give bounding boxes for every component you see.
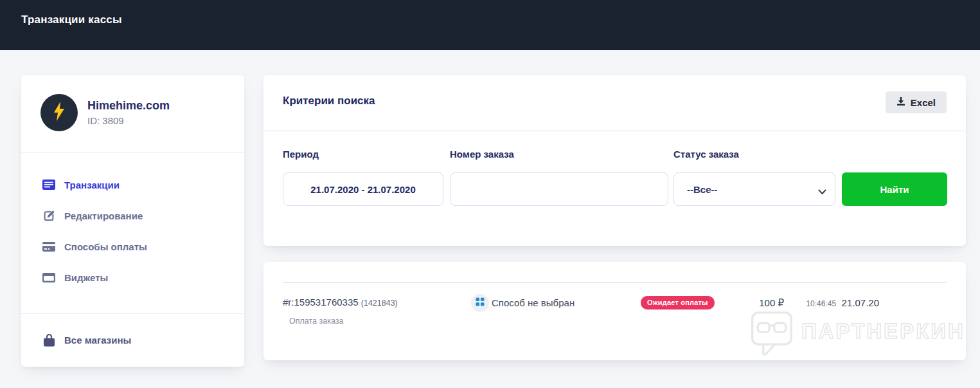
sidebar-item-label: Все магазины bbox=[64, 335, 131, 346]
excel-button-label: Excel bbox=[911, 97, 936, 108]
shop-avatar bbox=[40, 94, 78, 131]
payment-method-text: Способ не выбран bbox=[492, 297, 575, 308]
payment-method-icon-wrap bbox=[471, 294, 489, 312]
page: Транзакции кассы Himehime.com ID: 3809 Т… bbox=[0, 0, 980, 388]
transaction-datetime: 10:46:45 21.07.20 bbox=[789, 297, 879, 309]
page-title: Транзакции кассы bbox=[21, 14, 122, 26]
sidebar-divider bbox=[21, 313, 244, 314]
sidebar-item-label: Виджеты bbox=[64, 272, 108, 283]
sidebar-item-transactions[interactable]: Транзакции bbox=[21, 169, 244, 200]
transaction-time: 10:46:45 bbox=[806, 299, 836, 308]
shopping-bag-icon bbox=[42, 333, 55, 347]
order-number-label: Номер заказа bbox=[450, 149, 514, 160]
order-status-select-wrap: --Все-- bbox=[673, 172, 835, 206]
credit-card-icon bbox=[42, 242, 55, 252]
transaction-date: 21.07.20 bbox=[842, 297, 879, 308]
search-criteria-card: Критерии поиска Excel Период Номер заказ… bbox=[263, 75, 966, 246]
edit-icon bbox=[42, 210, 55, 222]
order-number-input[interactable] bbox=[450, 172, 668, 206]
transaction-amount: 100 ₽ bbox=[733, 297, 784, 309]
internal-id-value: (1421843) bbox=[361, 299, 398, 308]
shop-name: Himehime.com bbox=[87, 99, 170, 113]
watermark: ПАРТНЕРКИН bbox=[749, 309, 965, 362]
sidebar-menu: Транзакции Редактирование Способы оплаты… bbox=[21, 154, 244, 293]
grid-dots-icon bbox=[476, 297, 485, 309]
sidebar: Himehime.com ID: 3809 Транзакции Редакти… bbox=[21, 75, 244, 367]
transactions-card: #r:159531760335 (1421843) Оплата заказа … bbox=[263, 262, 966, 360]
search-criteria-title: Критерии поиска bbox=[283, 95, 375, 107]
period-range-input[interactable] bbox=[283, 172, 443, 206]
sidebar-item-editing[interactable]: Редактирование bbox=[21, 200, 244, 231]
sidebar-divider bbox=[21, 152, 244, 153]
shop-id: ID: 3809 bbox=[87, 115, 170, 126]
transaction-type: Оплата заказа bbox=[289, 317, 343, 326]
divider bbox=[283, 282, 947, 282]
order-status-select[interactable]: --Все-- bbox=[673, 172, 835, 206]
sidebar-item-label: Способы оплаты bbox=[64, 241, 147, 252]
list-icon bbox=[42, 180, 55, 190]
order-id-value: #r:159531760335 bbox=[283, 297, 359, 308]
sidebar-item-widgets[interactable]: Виджеты bbox=[21, 262, 244, 293]
watermark-text: ПАРТНЕРКИН bbox=[801, 319, 965, 344]
divider bbox=[263, 131, 966, 131]
top-bar: Транзакции кассы bbox=[0, 0, 980, 50]
order-status-label: Статус заказа bbox=[673, 149, 739, 160]
window-icon bbox=[42, 273, 55, 282]
excel-export-button[interactable]: Excel bbox=[886, 91, 947, 113]
download-icon bbox=[896, 97, 905, 108]
period-label: Период bbox=[283, 149, 319, 160]
search-submit-button[interactable]: Найти bbox=[842, 172, 947, 206]
sidebar-item-label: Транзакции bbox=[64, 180, 120, 190]
sidebar-item-all-shops[interactable]: Все магазины bbox=[21, 324, 244, 355]
sidebar-item-label: Редактирование bbox=[64, 210, 143, 221]
transaction-order-id: #r:159531760335 (1421843) bbox=[283, 297, 398, 308]
sidebar-item-payment-methods[interactable]: Способы оплаты bbox=[21, 231, 244, 262]
watermark-bubble-icon bbox=[749, 309, 795, 362]
shop-profile: Himehime.com ID: 3809 bbox=[40, 94, 170, 131]
shop-info: Himehime.com ID: 3809 bbox=[87, 99, 170, 126]
lightning-icon bbox=[52, 102, 66, 124]
status-badge: Ожидает оплаты bbox=[641, 296, 715, 309]
